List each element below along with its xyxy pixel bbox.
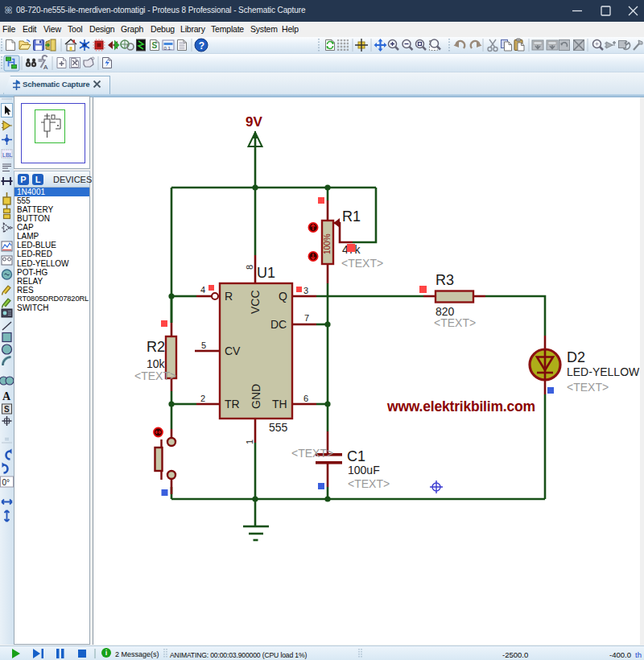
- svg-text:6: 6: [303, 394, 308, 403]
- svg-text:<TEXT>: <TEXT>: [567, 381, 609, 394]
- svg-text:VCC: VCC: [249, 290, 262, 314]
- svg-text:CV: CV: [225, 344, 241, 357]
- svg-text:8: 8: [245, 265, 254, 270]
- svg-text:<TEXT>: <TEXT>: [348, 477, 390, 490]
- svg-text:R2: R2: [147, 339, 165, 355]
- svg-text:100%: 100%: [323, 233, 332, 254]
- svg-text:<TEXT>: <TEXT>: [291, 447, 333, 460]
- svg-text:<TEXT>: <TEXT>: [434, 316, 476, 329]
- svg-text:9V: 9V: [246, 114, 262, 130]
- svg-text:A: A: [2, 390, 11, 402]
- svg-text:A: A: [43, 64, 48, 71]
- svg-text:<TEXT>: <TEXT>: [134, 369, 176, 382]
- svg-text:R1: R1: [342, 208, 361, 225]
- svg-text:<TEXT>: <TEXT>: [341, 257, 383, 270]
- svg-text:U1: U1: [257, 265, 275, 281]
- svg-text:10k: 10k: [147, 357, 166, 370]
- svg-text:LBL: LBL: [2, 152, 13, 158]
- svg-text:TH: TH: [272, 398, 287, 410]
- svg-text:GND: GND: [250, 384, 262, 409]
- svg-text:1: 1: [245, 439, 254, 444]
- svg-text:TR: TR: [225, 398, 240, 410]
- svg-text:555: 555: [269, 421, 288, 434]
- svg-text:Q: Q: [279, 290, 287, 303]
- svg-text:5: 5: [201, 340, 206, 350]
- svg-text:7: 7: [304, 313, 309, 323]
- svg-text:3: 3: [303, 286, 308, 295]
- svg-text:R: R: [225, 290, 233, 303]
- svg-text:D2: D2: [567, 349, 585, 365]
- svg-text:C1: C1: [347, 448, 365, 464]
- svg-text:0.1.: 0.1.: [164, 46, 172, 51]
- svg-text:R3: R3: [436, 272, 454, 288]
- svg-text:0°: 0°: [2, 478, 10, 487]
- svg-text:S: S: [152, 41, 158, 50]
- svg-text:100uF: 100uF: [348, 464, 380, 476]
- svg-text:LED-YELLOW: LED-YELLOW: [567, 365, 640, 378]
- svg-text:www.elektrikbilim.com: www.elektrikbilim.com: [386, 398, 535, 415]
- svg-text:S: S: [4, 405, 10, 414]
- svg-text:4: 4: [200, 285, 205, 295]
- svg-text:?: ?: [199, 40, 204, 52]
- svg-text:DC: DC: [270, 318, 287, 331]
- svg-text:2: 2: [200, 394, 205, 403]
